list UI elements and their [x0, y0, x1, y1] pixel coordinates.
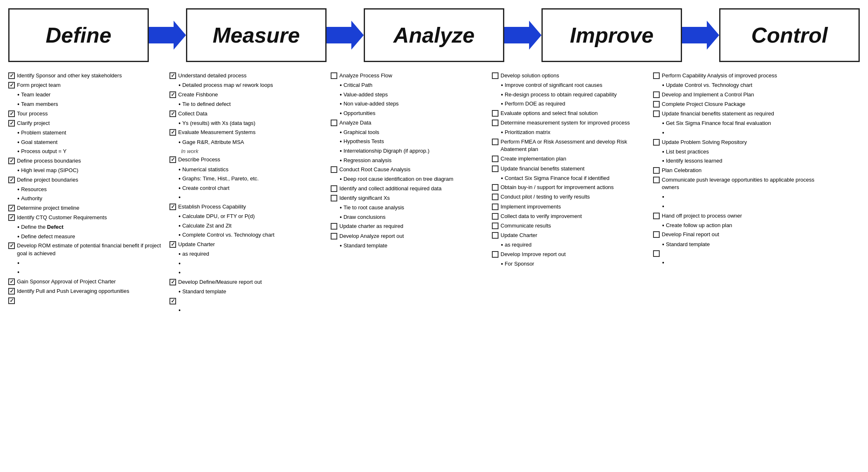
improve-item-6: Obtain buy-in / support for improvement …: [492, 184, 649, 191]
improve-item-12: Develop Improve report out: [492, 251, 649, 258]
control-text-9: Develop Final report out: [662, 231, 823, 238]
define-sub-4: • Goal statement: [17, 139, 165, 147]
control-item-3: Complete Project Closure Package: [653, 101, 823, 108]
i-bullet-0-1: •: [501, 91, 503, 99]
define-item-9: Develop ROM estimate of potential financ…: [8, 242, 165, 257]
measure-sub-text-10: Calculate Zst and Zlt: [182, 222, 231, 230]
c-bullet-1: •: [662, 81, 664, 90]
i-checkbox-12: [492, 251, 498, 258]
analyze-item-6: Update charter as required: [331, 223, 488, 230]
m-checkbox-1: [169, 72, 176, 79]
analyze-text-1: Analyze Process Flow: [339, 72, 488, 79]
define-text-6: Define project boundaries: [17, 176, 165, 184]
analyze-item-7: Develop Analyze report out: [331, 232, 488, 240]
analyze-sub-6: • Hypothesis Tests: [340, 138, 488, 146]
control-sub-5: • Identify lessons learned: [662, 157, 823, 165]
measure-sub-11: • Complete Control vs. Technology chart: [179, 231, 327, 240]
phase-define-label: Define: [46, 23, 112, 48]
improve-sub-text-5-0: Contact Six Sigma Finance focal if ident…: [505, 175, 610, 182]
control-item-2: Develop and Implement a Control Plan: [653, 91, 823, 98]
measure-sub-6: • Graphs: Time, Hist., Pareto, etc.: [179, 175, 327, 183]
control-text-2: Develop and Implement a Control Plan: [662, 91, 823, 98]
measure-text-1: Understand detailed process: [178, 72, 327, 79]
analyze-sub-text-2: Value-added steps: [343, 91, 388, 98]
svg-marker-3: [682, 21, 719, 50]
svg-marker-1: [327, 21, 364, 50]
control-text-3: Complete Project Closure Package: [662, 101, 823, 108]
define-sub-text-10: Define defect measure: [21, 233, 75, 240]
i-bullet-5-0: •: [501, 175, 503, 183]
improve-text-0: Develop solution options: [501, 72, 649, 79]
improve-sub-text-2-0: Prioritization matrix: [505, 129, 551, 136]
measure-text-5: Describe Process: [178, 156, 327, 163]
i-checkbox-0: [492, 72, 498, 79]
a-checkbox-3: [331, 166, 337, 173]
define-sub-11: •: [17, 259, 165, 268]
measure-text-6: Establish Process Capability: [178, 203, 327, 211]
measure-item-7: Update Charter: [169, 241, 327, 248]
control-text-4: Update financial benefits statement as r…: [662, 110, 823, 117]
control-sub-10: •: [662, 259, 823, 267]
i-checkbox-6: [492, 184, 498, 191]
analyze-item-4: Identify and collect additional required…: [331, 185, 488, 192]
control-sub-6: •: [662, 193, 823, 201]
define-sub-text-9: Define the Defect: [21, 223, 64, 231]
a-bullet-6: •: [340, 138, 342, 146]
define-sub-10: • Define defect measure: [17, 233, 165, 241]
analyze-sub-10: • Tie to root cause analysis: [340, 204, 488, 212]
measure-sub-16: •: [179, 307, 327, 315]
control-item-6: Plan Celebration: [653, 167, 823, 174]
analyze-sub-text-6: Hypothesis Tests: [343, 138, 384, 145]
control-text-7: Communicate push leverage opportunities …: [662, 176, 823, 191]
analyze-text-4: Identify and collect additional required…: [339, 185, 488, 192]
control-item-8: Hand off project to process owner: [653, 212, 823, 220]
define-item-7: Determine project timeline: [8, 204, 165, 212]
i-checkbox-10: [492, 223, 498, 229]
define-sub-12: •: [17, 268, 165, 277]
improve-sub-text-0-0: Improve control of significant root caus…: [505, 81, 602, 89]
measure-sub-text-9: Calculate DPU, or FTY or P(d): [182, 213, 255, 220]
a-bullet-12: •: [340, 242, 342, 250]
c-bullet-2: •: [662, 120, 664, 128]
bullet-8: •: [17, 195, 19, 203]
checkbox-9: [8, 242, 15, 249]
control-item-4: Update financial benefits statement as r…: [653, 110, 823, 117]
measure-sub-14: •: [179, 269, 327, 277]
improve-sub-12-0: •For Sponsor: [501, 260, 649, 268]
i-checkbox-5: [492, 165, 498, 172]
improve-sub-0-0: •Improve control of significant root cau…: [501, 81, 649, 90]
analyze-sub-9: • Deep root cause identification on tree…: [340, 175, 488, 184]
bullet-10: •: [17, 233, 19, 241]
measure-sub-5: • Numerical statistics: [179, 166, 327, 174]
control-item-1: Perform Capability Analysis of improved …: [653, 72, 823, 79]
analyze-sub-text-7: Interrelationship Digraph (if approp.): [343, 147, 429, 155]
define-item-12: [8, 297, 165, 304]
improve-text-7: Conduct pilot / testing to verify result…: [501, 193, 649, 201]
checkbox-11: [8, 288, 15, 295]
measure-text-3: Collect Data: [178, 110, 327, 117]
define-sub-8: • Authority: [17, 195, 165, 203]
arrow-4: [682, 21, 719, 50]
measure-sub-text-6: Graphs: Time, Hist., Pareto, etc.: [182, 175, 259, 182]
checkbox-5: [8, 158, 15, 164]
improve-sub-0-1: •Re-design process to obtain required ca…: [501, 91, 649, 99]
bullet-7: •: [17, 186, 19, 194]
improve-item-3: Perform FMEA or Risk Assessment and deve…: [492, 138, 649, 153]
define-item-4: Clarify project: [8, 120, 165, 127]
bullet-5: •: [17, 148, 19, 156]
m-bullet-10: •: [179, 222, 181, 230]
measure-sub-text-7: Create control chart: [182, 184, 229, 192]
improve-item-8: Implement improvements: [492, 203, 649, 211]
define-sub-text-5: Process output = Y: [21, 148, 67, 155]
measure-sub-2: • Tie to defined defect: [179, 101, 327, 109]
define-sub-1: • Team leader: [17, 91, 165, 99]
measure-sub-12: • as required: [179, 250, 327, 259]
c-checkbox-5: [653, 139, 660, 146]
c-checkbox-6: [653, 167, 660, 174]
i-checkbox-3: [492, 139, 498, 145]
measure-item-4: Evaluate Measurement Systems: [169, 129, 327, 136]
m-bullet-8: •: [179, 194, 181, 202]
measure-text-8: Develop Define/Measure report out: [178, 278, 327, 286]
analyze-sub-7: • Interrelationship Digraph (if approp.): [340, 147, 488, 156]
a-bullet-11: •: [340, 213, 342, 222]
